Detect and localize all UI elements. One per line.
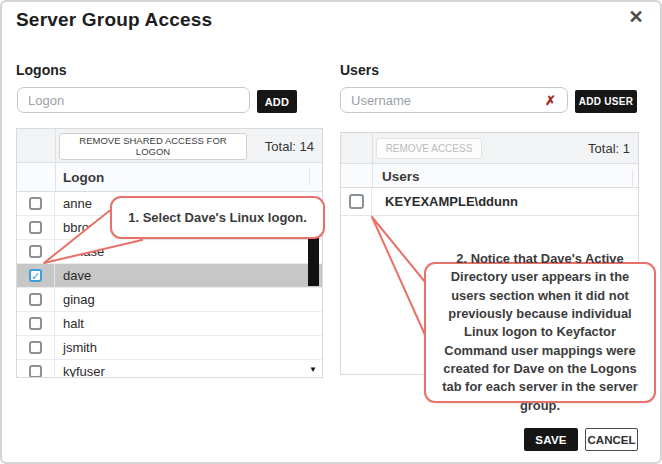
checkbox-cell — [17, 216, 55, 239]
add-user-button[interactable]: ADD USER — [575, 90, 637, 113]
row-checkbox[interactable] — [29, 245, 42, 258]
cancel-button[interactable]: CANCEL — [585, 428, 638, 451]
checkbox-cell — [17, 360, 55, 377]
row-label: cchase — [63, 244, 104, 259]
row-label: jsmith — [63, 340, 97, 355]
checkbox-cell — [17, 312, 55, 335]
row-label: dave — [63, 268, 91, 283]
annotation-callout-1: 1. Select Dave's Linux logon. — [110, 196, 325, 239]
row-checkbox[interactable] — [349, 194, 364, 209]
table-row[interactable]: ✓dave — [17, 264, 322, 288]
logon-input[interactable] — [17, 87, 250, 113]
row-label: kyfuser — [63, 364, 105, 377]
remove-access-button[interactable]: REMOVE ACCESS — [376, 138, 482, 159]
annotation-callout-2: 2. Notice that Dave's Active Directory u… — [424, 262, 656, 403]
table-row[interactable]: ginag — [17, 288, 322, 312]
users-table-toolbar: REMOVE ACCESS Total: 1 — [341, 133, 638, 164]
table-row[interactable]: jsmith — [17, 336, 322, 360]
row-checkbox[interactable]: ✓ — [29, 269, 42, 282]
row-label: ginag — [63, 292, 95, 307]
close-icon[interactable]: ✕ — [624, 5, 648, 29]
logons-total: Total: 14 — [265, 139, 314, 154]
checkbox-cell: ✓ — [17, 264, 55, 287]
clear-input-icon[interactable]: ✗ — [545, 93, 556, 108]
row-label: KEYEXAMPLE\ddunn — [385, 194, 518, 209]
remove-shared-access-button[interactable]: REMOVE SHARED ACCESS FOR LOGON — [59, 133, 247, 160]
username-input[interactable] — [340, 87, 568, 113]
table-row[interactable]: KEYEXAMPLE\ddunn — [341, 188, 638, 216]
users-column-header: Users — [382, 169, 420, 184]
users-section-label: Users — [340, 62, 379, 78]
checkbox-cell — [17, 288, 55, 311]
checkbox-cell — [17, 336, 55, 359]
row-checkbox[interactable] — [29, 365, 42, 377]
add-logon-button[interactable]: ADD — [257, 90, 297, 113]
logons-table: REMOVE SHARED ACCESS FOR LOGON Total: 14… — [16, 128, 323, 378]
checkbox-cell — [17, 240, 55, 263]
table-row[interactable]: cchase — [17, 240, 322, 264]
logons-column-header: Logon — [63, 170, 104, 185]
scroll-down-icon[interactable]: ▼ — [309, 365, 317, 374]
column-divider — [55, 129, 56, 162]
logons-column-header-row: Logon — [17, 163, 322, 192]
column-resize-divider — [632, 170, 633, 186]
dialog-title: Server Group Access — [16, 9, 212, 31]
checkbox-cell — [341, 188, 372, 215]
row-checkbox[interactable] — [29, 221, 42, 234]
column-resize-divider — [309, 169, 310, 185]
table-row[interactable]: halt — [17, 312, 322, 336]
row-label: anne — [63, 196, 92, 211]
column-divider — [55, 163, 56, 191]
row-checkbox[interactable] — [29, 317, 42, 330]
users-total: Total: 1 — [588, 141, 630, 156]
save-button[interactable]: SAVE — [524, 428, 578, 451]
checkbox-cell — [17, 192, 55, 215]
logons-section-label: Logons — [16, 62, 67, 78]
row-checkbox[interactable] — [29, 293, 42, 306]
logons-table-toolbar: REMOVE SHARED ACCESS FOR LOGON Total: 14 — [17, 129, 322, 163]
column-divider — [372, 133, 373, 163]
table-row[interactable]: kyfuser — [17, 360, 322, 377]
column-divider — [372, 164, 373, 187]
row-checkbox[interactable] — [29, 341, 42, 354]
row-checkbox[interactable] — [29, 197, 42, 210]
users-column-header-row: Users — [341, 164, 638, 188]
scrollbar-thumb[interactable] — [308, 231, 319, 286]
row-label: bbrown — [63, 220, 106, 235]
row-label: halt — [63, 316, 84, 331]
